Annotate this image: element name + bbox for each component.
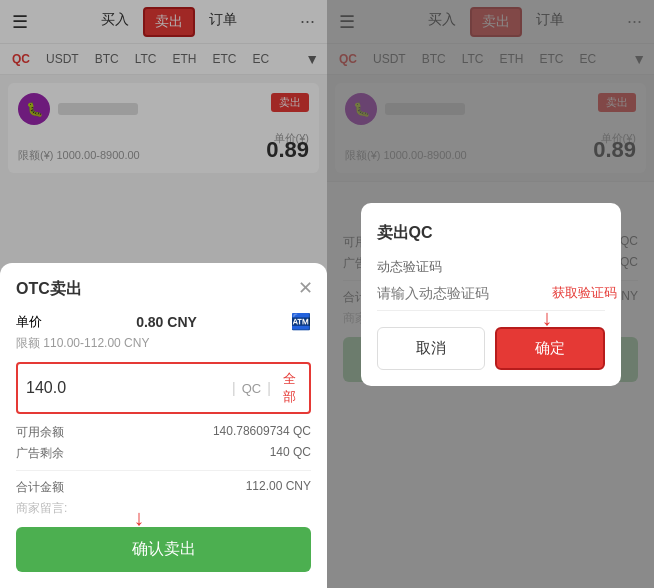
left-available-label: 可用余额 [16, 424, 64, 441]
left-input-sep: | [232, 380, 236, 396]
left-otc-amount-input[interactable] [26, 379, 226, 397]
left-otc-price-row: 单价 0.80 CNY 🏧 [16, 312, 311, 331]
left-total-row: 合计金额 112.00 CNY [16, 479, 311, 496]
left-input-sep2: | [267, 380, 271, 396]
left-adremain-value: 140 QC [270, 445, 311, 462]
right-dialog-code-input[interactable] [377, 285, 552, 301]
right-dialog-title: 卖出QC [377, 223, 605, 244]
left-confirm-sell-button[interactable]: 确认卖出 [16, 527, 311, 572]
left-adremain-label: 广告剩余 [16, 445, 64, 462]
left-card-icon: 🏧 [291, 312, 311, 331]
left-otc-price-value: 0.80 CNY [136, 314, 197, 330]
right-dialog-code-label: 动态验证码 [377, 258, 605, 276]
left-merchant-label: 商家留言: [16, 500, 311, 517]
left-otc-limit: 限额 110.00-112.00 CNY [16, 335, 311, 352]
left-total-value: 112.00 CNY [246, 479, 311, 496]
left-otc-close[interactable]: ✕ [298, 277, 313, 299]
left-otc-title: OTC卖出 [16, 279, 311, 300]
left-input-all[interactable]: 全部 [283, 370, 301, 406]
right-dialog-confirm-label: 确定 [535, 339, 565, 356]
left-available-row: 可用余额 140.78609734 QC [16, 424, 311, 441]
right-dialog-arrow: ↓ [542, 305, 553, 331]
right-dialog-confirm-button[interactable]: ↓ 确定 [495, 327, 605, 370]
left-available-value: 140.78609734 QC [213, 424, 311, 441]
left-confirm-wrapper: ↓ 确认卖出 [16, 527, 311, 572]
right-dialog-input-row: 获取验证码 [377, 284, 605, 311]
left-otc-input-row[interactable]: | QC | 全部 [16, 362, 311, 414]
right-dialog-buttons: 取消 ↓ 确定 [377, 327, 605, 370]
right-get-code-button[interactable]: 获取验证码 [552, 284, 617, 302]
right-dialog-box: 卖出QC 动态验证码 获取验证码 取消 ↓ 确定 [361, 203, 621, 386]
right-dialog-overlay: 卖出QC 动态验证码 获取验证码 取消 ↓ 确定 [327, 0, 654, 588]
left-adremain-row: 广告剩余 140 QC [16, 445, 311, 462]
left-panel: ☰ 买入 卖出 订单 ··· QC USDT BTC LTC ETH ETC E… [0, 0, 327, 588]
left-otc-modal: OTC卖出 ✕ 单价 0.80 CNY 🏧 限额 110.00-112.00 C… [0, 0, 327, 588]
left-input-currency: QC [242, 381, 262, 396]
left-otc-price-label: 单价 [16, 313, 42, 331]
left-otc-sheet: OTC卖出 ✕ 单价 0.80 CNY 🏧 限额 110.00-112.00 C… [0, 263, 327, 588]
left-total-label: 合计金额 [16, 479, 64, 496]
left-divider [16, 470, 311, 471]
right-dialog-cancel-button[interactable]: 取消 [377, 327, 485, 370]
right-panel: ☰ 买入 卖出 订单 ··· QC USDT BTC LTC ETH ETC E… [327, 0, 654, 588]
